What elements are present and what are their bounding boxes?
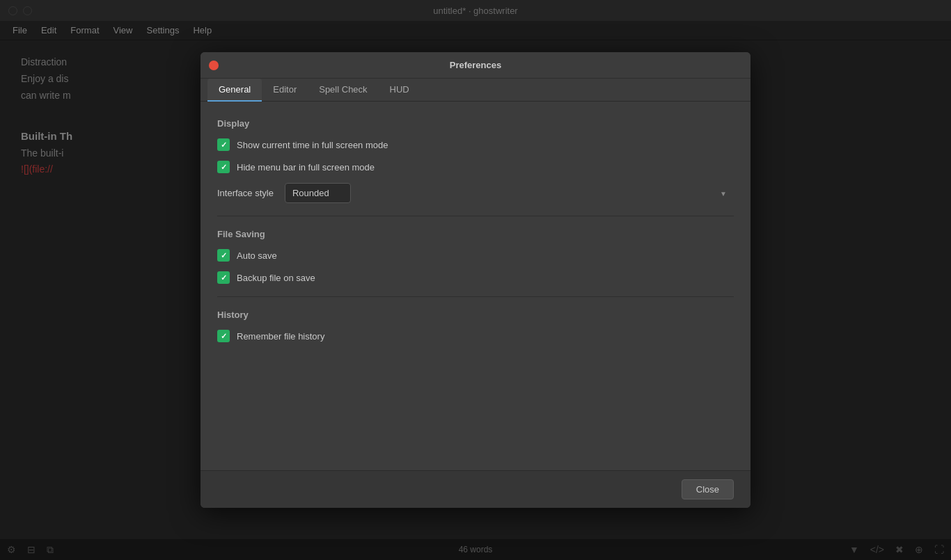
hide-menu-checkbox[interactable] [217, 161, 230, 173]
dialog-content: Display Show current time in full screen… [201, 102, 750, 470]
auto-save-checkbox[interactable] [217, 249, 230, 262]
preferences-dialog: Preferences General Editor Spell Check H… [201, 52, 750, 508]
dialog-footer: Close [201, 470, 750, 508]
interface-style-select[interactable]: Rounded Flat Square [285, 183, 351, 203]
close-button[interactable]: Close [682, 479, 734, 499]
auto-save-label: Auto save [237, 250, 277, 261]
remember-history-checkbox[interactable] [217, 330, 230, 342]
hide-menu-label: Hide menu bar in full screen mode [237, 162, 375, 173]
show-time-row: Show current time in full screen mode [217, 138, 734, 151]
dialog-title: Preferences [450, 60, 501, 70]
display-section-label: Display [217, 118, 734, 129]
remember-history-row: Remember file history [217, 330, 734, 342]
interface-style-label: Interface style [217, 188, 274, 198]
history-section-label: History [217, 310, 734, 320]
backup-save-row: Backup file on save [217, 271, 734, 284]
tab-editor[interactable]: Editor [262, 79, 308, 102]
dialog-title-bar: Preferences [201, 52, 750, 79]
divider-1 [217, 216, 734, 216]
tab-hud[interactable]: HUD [379, 79, 421, 102]
show-time-checkbox[interactable] [217, 138, 230, 151]
hide-menu-row: Hide menu bar in full screen mode [217, 161, 734, 173]
backup-save-checkbox[interactable] [217, 271, 230, 284]
dialog-close-icon-btn[interactable] [209, 61, 219, 70]
file-saving-section-label: File Saving [217, 229, 734, 239]
dialog-tabs: General Editor Spell Check HUD [201, 79, 750, 102]
auto-save-row: Auto save [217, 249, 734, 262]
tab-spell-check[interactable]: Spell Check [308, 79, 378, 102]
interface-style-select-wrapper: Rounded Flat Square [285, 183, 734, 203]
remember-history-label: Remember file history [237, 331, 324, 342]
show-time-label: Show current time in full screen mode [237, 140, 388, 150]
interface-style-row: Interface style Rounded Flat Square [217, 183, 734, 203]
tab-general[interactable]: General [207, 79, 262, 102]
backup-save-label: Backup file on save [237, 273, 315, 283]
divider-2 [217, 296, 734, 297]
